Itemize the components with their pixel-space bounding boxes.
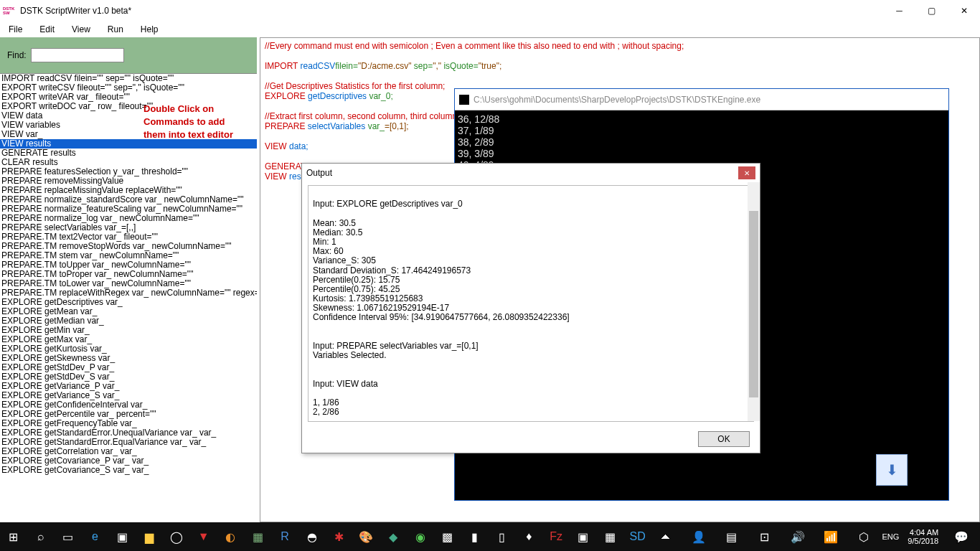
menu-file[interactable]: File: [0, 23, 31, 36]
app-icon-1[interactable]: ◐: [217, 522, 245, 551]
console-icon: [459, 95, 469, 105]
date-text: 9/5/2018: [908, 537, 938, 545]
command-item[interactable]: EXPLORE getCovariance_S var_ var_: [0, 466, 257, 475]
notifications-icon[interactable]: 💬: [947, 522, 976, 551]
explorer-icon[interactable]: ▆: [136, 522, 163, 551]
dialog-scrollbar[interactable]: [748, 182, 760, 421]
volume-icon[interactable]: 🔊: [783, 522, 812, 551]
r-icon[interactable]: R: [271, 522, 298, 551]
chrome-icon[interactable]: ◯: [163, 522, 190, 551]
clock[interactable]: 4:04 AM 9/5/2018: [903, 528, 943, 545]
dialog-close-button[interactable]: ✕: [738, 166, 755, 179]
output-dialog: Output ✕ Input: EXPLORE getDescriptives …: [301, 163, 760, 453]
app-icon-10[interactable]: ▯: [489, 522, 516, 551]
task-view-icon[interactable]: ▭: [55, 522, 82, 551]
dialog-title: Output: [306, 168, 738, 178]
language-indicator[interactable]: ENG: [882, 532, 900, 541]
close-button[interactable]: ✕: [948, 0, 980, 22]
window-title: DSTK ScriptWriter v1.0 beta*: [20, 6, 883, 16]
taskbar[interactable]: ⊞ ⌕ ▭ e ▣ ▆ ◯ ▼ ◐ ▦ R ◓ ✱ 🎨 ◆ ◉ ▩ ▮ ▯ ♦ …: [0, 522, 980, 551]
terminal-icon[interactable]: ▣: [108, 522, 136, 551]
dialog-output-text[interactable]: Input: EXPLORE getDescriptives var_0 Mea…: [308, 185, 754, 422]
app-icon-14[interactable]: SD: [624, 522, 651, 551]
app-icon: DSTKSW: [3, 4, 16, 17]
edge-icon[interactable]: e: [81, 522, 108, 551]
start-button[interactable]: ⊞: [0, 522, 27, 551]
app-icon-5[interactable]: 🎨: [353, 522, 380, 551]
ok-button[interactable]: OK: [698, 431, 750, 447]
app-icon-9[interactable]: ▮: [461, 522, 489, 551]
menubar: FileEditViewRunHelp: [0, 22, 980, 37]
app-icon-2[interactable]: ▦: [244, 522, 271, 551]
console-title-text: C:\Users\gohmi\Documents\SharpDevelopPro…: [473, 95, 760, 105]
app-icon-3[interactable]: ◓: [298, 522, 326, 551]
window-titlebar: DSTKSW DSTK ScriptWriter v1.0 beta* ─ ▢ …: [0, 0, 980, 22]
app-icon-7[interactable]: ◉: [407, 522, 434, 551]
people-icon[interactable]: 👤: [684, 522, 713, 551]
tray-up-icon[interactable]: ⏶: [651, 522, 680, 551]
console-titlebar[interactable]: C:\Users\gohmi\Documents\SharpDevelopPro…: [455, 89, 948, 110]
app-icon-13[interactable]: ▦: [597, 522, 624, 551]
filezilla-icon[interactable]: Fz: [542, 522, 570, 551]
menu-run[interactable]: Run: [99, 23, 132, 36]
app-icon-8[interactable]: ▩: [434, 522, 461, 551]
dialog-titlebar[interactable]: Output ✕: [302, 164, 760, 182]
app-icon-11[interactable]: ♦: [515, 522, 542, 551]
maximize-button[interactable]: ▢: [915, 0, 948, 22]
command-list[interactable]: Double Click on Commands to add them int…: [0, 73, 257, 522]
find-input[interactable]: [31, 48, 124, 62]
search-icon[interactable]: ⌕: [27, 522, 55, 551]
app-icon-4[interactable]: ✱: [326, 522, 353, 551]
menu-view[interactable]: View: [63, 23, 99, 36]
tray-icon-1[interactable]: ▤: [717, 522, 746, 551]
scrollbar-thumb[interactable]: [749, 211, 758, 397]
download-button[interactable]: ⬇: [876, 454, 908, 486]
menu-help[interactable]: Help: [132, 23, 167, 36]
dropbox-icon[interactable]: ⬡: [849, 522, 878, 551]
tray-icon-2[interactable]: ⊡: [750, 522, 779, 551]
minimize-button[interactable]: ─: [883, 0, 915, 22]
app-icon-6[interactable]: ◆: [380, 522, 407, 551]
find-bar: Find:: [0, 37, 257, 73]
app-icon-12[interactable]: ▣: [570, 522, 597, 551]
hint-text: Double Click on Commands to add them int…: [143, 103, 244, 142]
find-label: Find:: [7, 50, 27, 60]
wifi-icon[interactable]: 📶: [816, 522, 845, 551]
menu-edit[interactable]: Edit: [31, 23, 63, 36]
time-text: 4:04 AM: [908, 528, 938, 537]
mcafee-icon[interactable]: ▼: [190, 522, 217, 551]
